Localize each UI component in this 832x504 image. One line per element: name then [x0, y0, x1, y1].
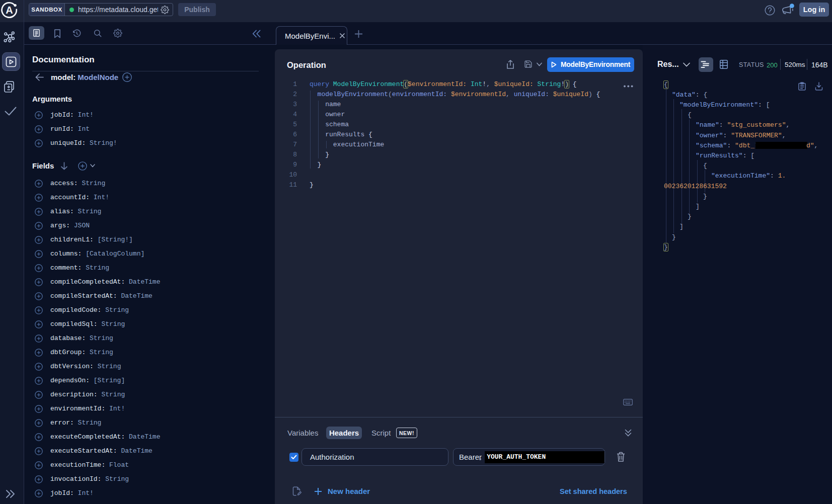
svg-text:A: A: [6, 5, 13, 16]
